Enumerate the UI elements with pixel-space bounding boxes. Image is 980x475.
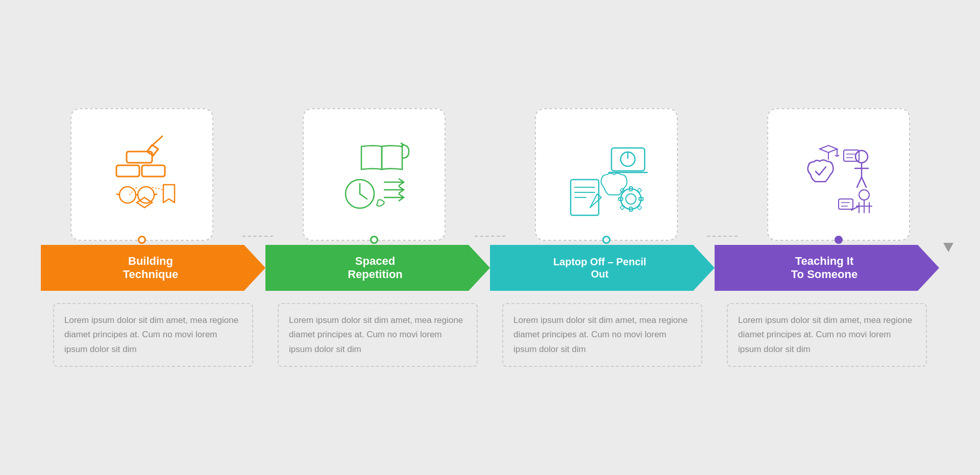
svg-point-44 — [859, 190, 869, 200]
desc-box-2: Lorem ipsum dolor sit dim amet, mea regi… — [278, 303, 478, 366]
connector-1 — [242, 236, 273, 241]
icon-row — [41, 108, 939, 241]
svg-point-4 — [119, 187, 136, 203]
icon-box-4 — [767, 108, 910, 241]
desc-text-1: Lorem ipsum dolor sit dim amet, mea regi… — [64, 313, 242, 356]
teaching-icon — [788, 123, 890, 226]
desc-text-2: Lorem ipsum dolor sit dim amet, mea regi… — [289, 313, 467, 356]
svg-rect-2 — [142, 165, 165, 177]
svg-line-42 — [857, 177, 862, 187]
desc-row: Lorem ipsum dolor sit dim amet, mea regi… — [41, 303, 939, 366]
svg-point-27 — [626, 194, 636, 204]
desc-cell-3: Lorem ipsum dolor sit dim amet, mea regi… — [490, 303, 715, 366]
svg-marker-53 — [820, 145, 837, 153]
desc-text-4: Lorem ipsum dolor sit dim amet, mea regi… — [738, 313, 916, 356]
arrow-item-3: Laptop Off – Pencil Out — [490, 245, 715, 291]
dot-4 — [835, 236, 843, 244]
spaced-repetition-icon — [323, 123, 425, 226]
arrow-item-1: Building Technique — [41, 245, 265, 291]
dot-1 — [138, 236, 146, 244]
svg-line-11 — [152, 187, 163, 190]
svg-rect-50 — [839, 199, 853, 209]
arrow-label-4: Teaching It To Someone — [781, 255, 873, 282]
icon-box-3 — [535, 108, 678, 241]
desc-cell-1: Lorem ipsum dolor sit dim amet, mea regi… — [41, 303, 265, 366]
dot-3 — [602, 236, 610, 244]
desc-box-3: Lorem ipsum dolor sit dim amet, mea regi… — [502, 303, 702, 366]
arrow-item-2: Spaced Repetition — [265, 245, 490, 291]
arrow-label-1: Building Technique — [113, 255, 193, 282]
svg-marker-56 — [943, 243, 953, 252]
svg-line-43 — [862, 177, 866, 187]
icon-cell-4 — [738, 108, 939, 241]
building-technique-icon — [91, 123, 193, 226]
svg-point-26 — [621, 189, 641, 209]
laptop-off-icon — [555, 123, 657, 226]
down-arrow — [943, 243, 953, 255]
dot-2 — [370, 236, 378, 244]
arrow-item-4: Teaching It To Someone — [715, 245, 939, 291]
desc-text-3: Lorem ipsum dolor sit dim amet, mea regi… — [513, 313, 691, 356]
desc-box-1: Lorem ipsum dolor sit dim amet, mea regi… — [53, 303, 253, 366]
arrow-label-3: Laptop Off – Pencil Out — [543, 256, 662, 280]
arrow-label-2: Spaced Repetition — [337, 255, 418, 282]
icon-box-2 — [303, 108, 446, 241]
desc-cell-2: Lorem ipsum dolor sit dim amet, mea regi… — [265, 303, 490, 366]
icon-box-1 — [70, 108, 213, 241]
icon-cell-2 — [273, 108, 475, 241]
icon-cell-1 — [41, 108, 242, 241]
svg-rect-1 — [116, 165, 139, 177]
icon-cell-3 — [505, 108, 707, 241]
connector-2 — [475, 236, 505, 241]
svg-rect-18 — [611, 148, 645, 171]
infographic: Building Technique Spaced Repetition Lap… — [41, 108, 939, 366]
svg-line-14 — [360, 194, 367, 199]
desc-cell-4: Lorem ipsum dolor sit dim amet, mea regi… — [715, 303, 939, 366]
connector-3 — [707, 236, 738, 241]
desc-box-4: Lorem ipsum dolor sit dim amet, mea regi… — [727, 303, 927, 366]
arrow-row: Building Technique Spaced Repetition Lap… — [41, 245, 939, 291]
